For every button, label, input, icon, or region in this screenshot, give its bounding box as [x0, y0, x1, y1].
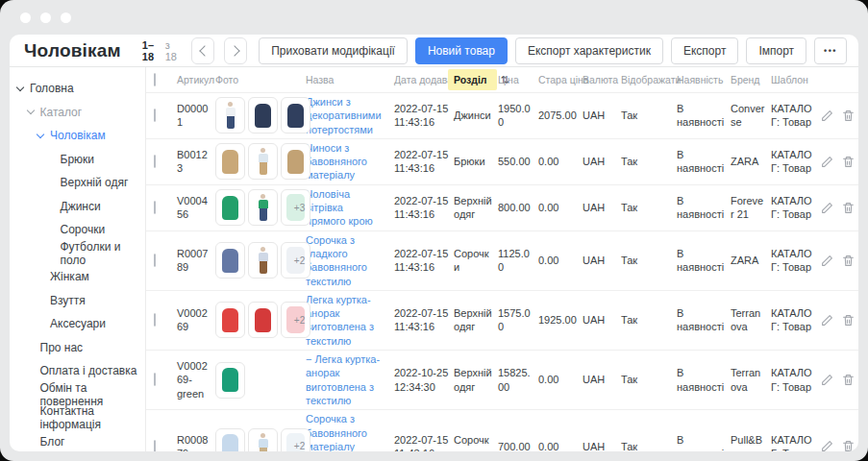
row-actions: [821, 314, 854, 327]
product-name-link[interactable]: Легка куртка-анорак виготовлена з тексти…: [306, 293, 389, 348]
more-photos-badge[interactable]: +2: [281, 242, 310, 279]
row-checkbox[interactable]: [154, 440, 156, 451]
product-photo-thumbnail[interactable]: [281, 143, 310, 180]
edit-icon[interactable]: [821, 255, 833, 267]
more-actions-button[interactable]: •••: [814, 37, 847, 64]
delete-icon[interactable]: [842, 202, 855, 214]
column-header-old_price[interactable]: Стара ціна: [538, 74, 583, 85]
row-checkbox[interactable]: [154, 254, 156, 267]
cell-availability: В наявності: [677, 102, 731, 130]
sidebar-item[interactable]: Футболки и поло: [10, 242, 145, 266]
table-row: R000879 +2 Сорочка з бавовняного матеріа…: [146, 409, 858, 451]
column-header-template[interactable]: Шаблон: [771, 74, 821, 85]
product-photo-thumbnail[interactable]: [248, 189, 278, 226]
sidebar-item[interactable]: Про нас: [10, 336, 145, 360]
sidebar-item[interactable]: Жінкам: [10, 265, 145, 289]
column-header-price[interactable]: Ціна: [498, 74, 538, 85]
delete-icon[interactable]: [842, 374, 855, 386]
product-photo-thumbnail[interactable]: [248, 428, 278, 451]
product-photo-thumbnail[interactable]: [248, 242, 278, 279]
sidebar-item[interactable]: Джинси: [10, 195, 145, 219]
column-header-availability[interactable]: Наявність: [677, 74, 731, 85]
more-photos-badge[interactable]: +2: [281, 428, 310, 451]
admin-panel: Чоловікам 1–18 з 18 Приховати модифікаці…: [10, 35, 858, 451]
product-photo-thumbnail[interactable]: [248, 97, 278, 133]
chevron-down-icon: [48, 154, 61, 165]
sidebar-item[interactable]: Каталог: [10, 101, 145, 125]
edit-icon[interactable]: [821, 156, 833, 168]
product-name-link[interactable]: Сорочка з бавовняного матеріалу притален…: [306, 412, 389, 451]
column-header-currency[interactable]: Валюта: [583, 74, 621, 85]
delete-icon[interactable]: [842, 156, 855, 168]
delete-icon[interactable]: [842, 109, 855, 122]
cell-sku: D00001: [177, 102, 215, 130]
product-photo-thumbnail[interactable]: [215, 97, 245, 133]
product-photo-thumbnail[interactable]: [215, 428, 245, 451]
sidebar-item[interactable]: Аксесуари: [10, 312, 145, 336]
cell-brand: Pull&Bear: [731, 433, 771, 451]
sidebar-item[interactable]: Головна: [10, 77, 145, 101]
traffic-light-dot[interactable]: [20, 12, 31, 23]
sidebar-item[interactable]: Блог: [10, 430, 145, 452]
table-header-row: АртикулФотоНазваДата додаванняРозділ⇅Цін…: [146, 67, 858, 92]
product-photo-thumbnail[interactable]: [215, 242, 245, 279]
sidebar-item[interactable]: Сорочки: [10, 218, 145, 242]
sidebar-item[interactable]: Контактна інформація: [10, 406, 145, 430]
sidebar-item[interactable]: Взуття: [10, 289, 145, 313]
delete-icon[interactable]: [842, 314, 855, 327]
product-photo-thumbnail[interactable]: [248, 302, 278, 338]
chevron-down-icon: [28, 412, 40, 424]
product-name-link[interactable]: − Легка куртка-анорак виготовлена з текс…: [306, 352, 389, 407]
product-photo-thumbnail[interactable]: [215, 143, 245, 180]
row-checkbox[interactable]: [154, 155, 156, 168]
delete-icon[interactable]: [842, 255, 855, 267]
more-photos-badge[interactable]: +3: [281, 189, 310, 226]
sidebar-item[interactable]: Брюки: [10, 148, 145, 172]
select-all-checkbox[interactable]: [154, 73, 156, 86]
pagination-next-button[interactable]: [224, 37, 247, 64]
sidebar-item[interactable]: Верхній одяг: [10, 171, 145, 195]
column-header-photo[interactable]: Фото: [215, 74, 306, 85]
header-button[interactable]: Імпорт: [746, 37, 806, 64]
product-photo-thumbnail[interactable]: [248, 143, 278, 180]
sidebar-item[interactable]: Оплата і доставка: [10, 359, 145, 383]
row-checkbox[interactable]: [154, 201, 156, 214]
header-button[interactable]: Новий товар: [415, 37, 508, 64]
column-header-section[interactable]: Розділ⇅: [454, 69, 498, 90]
edit-icon[interactable]: [821, 374, 833, 386]
sidebar-item[interactable]: Обмін та повернення: [10, 383, 145, 407]
edit-icon[interactable]: [821, 314, 833, 327]
cell-old-price: 0.00: [538, 440, 583, 451]
header-button[interactable]: Експорт характеристик: [515, 37, 663, 64]
pagination-prev-button[interactable]: [191, 37, 214, 64]
product-name-link[interactable]: Джинси з декоративними потертостями: [306, 95, 389, 136]
product-photo-thumbnail[interactable]: [215, 189, 245, 226]
edit-icon[interactable]: [821, 202, 833, 214]
cell-price: 550.00: [498, 155, 538, 168]
traffic-light-dot[interactable]: [40, 12, 51, 23]
delete-icon[interactable]: [842, 440, 855, 451]
row-checkbox[interactable]: [154, 313, 156, 327]
product-photo-thumbnail[interactable]: [281, 97, 310, 133]
product-name-link[interactable]: Чоловіча вітрівка прямого крою: [306, 187, 389, 229]
product-name-link[interactable]: Сорочка з гладкого бавовняного текстилю: [306, 233, 389, 288]
traffic-light-dot[interactable]: [61, 12, 71, 23]
cell-photos: +2: [215, 302, 306, 338]
column-header-name[interactable]: Назва: [306, 74, 394, 85]
edit-icon[interactable]: [821, 440, 833, 451]
column-header-display[interactable]: Відображати: [621, 74, 677, 85]
header-button[interactable]: Приховати модифікації: [259, 37, 408, 64]
column-header-sku[interactable]: Артикул: [177, 74, 215, 85]
more-photos-badge[interactable]: +2: [281, 302, 310, 338]
header-button[interactable]: Експорт: [671, 37, 738, 64]
product-photo-thumbnail[interactable]: [215, 362, 245, 399]
sidebar-item[interactable]: Чоловікам: [10, 124, 145, 148]
row-checkbox[interactable]: [154, 109, 156, 122]
column-header-brand[interactable]: Бренд: [731, 74, 771, 85]
column-header-date[interactable]: Дата додавання: [394, 74, 454, 85]
product-photo-thumbnail[interactable]: [215, 302, 245, 338]
row-checkbox[interactable]: [154, 373, 156, 386]
product-name-link[interactable]: Чиноси з бавовняного матеріалу: [306, 141, 389, 182]
edit-icon[interactable]: [821, 109, 833, 122]
cell-display: Так: [621, 254, 677, 267]
